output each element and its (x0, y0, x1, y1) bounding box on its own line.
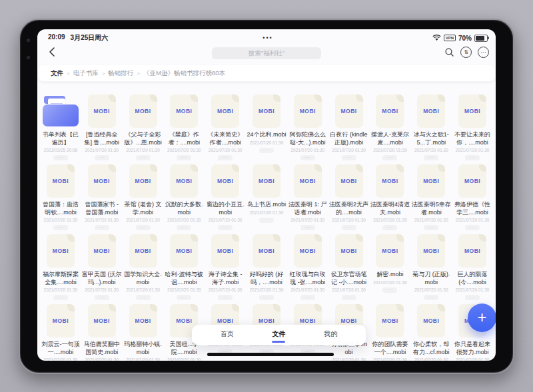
file-name: 白夜行 (kindle正版).mobi (328, 131, 370, 146)
file-more-button[interactable]: ··· (95, 295, 109, 300)
mobi-file-icon: MOBI (129, 164, 157, 198)
file-cell[interactable]: MOBI 《父与子全彩版》...恩.mobi 2021/07/20 01:30 … (123, 91, 164, 160)
file-more-button[interactable]: ··· (382, 288, 397, 293)
file-more-button[interactable]: ··· (259, 148, 274, 153)
file-more-button[interactable]: ··· (300, 155, 315, 160)
file-more-button[interactable]: ··· (300, 295, 315, 300)
file-more-button[interactable]: ··· (177, 295, 191, 300)
file-more-button[interactable]: ··· (465, 225, 480, 230)
file-more-button[interactable]: ··· (465, 295, 480, 300)
file-cell[interactable]: MOBI 白夜行 (kindle正版).mobi 2021/07/20 01:3… (328, 91, 370, 160)
file-cell[interactable]: MOBI 法医秦明 1: 尸语者.mobi 2021/07/20 01:30 ·… (287, 160, 328, 230)
file-more-button[interactable]: ··· (218, 155, 233, 160)
file-more-button[interactable]: ··· (53, 155, 68, 160)
file-cell[interactable]: MOBI 刘震云-一句顶一....mobi 2021/07/20 01:30 ·… (40, 300, 81, 361)
file-more-button[interactable]: ··· (136, 155, 151, 160)
file-more-button[interactable]: ··· (136, 225, 151, 230)
file-cell[interactable]: MOBI 法医秦明4清道夫.mobi 2021/07/20 01:30 ··· (370, 160, 411, 230)
file-more-button[interactable]: ··· (342, 225, 356, 230)
file-more-button[interactable]: ··· (136, 295, 151, 300)
file-more-button[interactable]: ··· (177, 155, 191, 160)
file-more-button[interactable]: ··· (53, 225, 68, 230)
search-icon[interactable] (444, 47, 454, 57)
file-cell[interactable]: MOBI 你心柔软，却有力...cf.mobi 2021/07/20 01:30… (410, 300, 452, 361)
file-more-button[interactable]: ··· (342, 295, 356, 300)
file-name: 国学知识大全.mobi (123, 271, 164, 286)
back-button[interactable] (47, 46, 60, 59)
add-fab-button[interactable]: + (468, 303, 496, 332)
breadcrumb: 文件 > 电子书库 > 畅销排行 > 《亚M逊》畅销书排行榜80本 (38, 65, 495, 81)
home-indicator[interactable] (207, 353, 334, 356)
file-date: 2021/07/20 01:30 (126, 288, 160, 292)
file-more-button[interactable]: ··· (382, 155, 397, 160)
file-more-button[interactable]: ··· (95, 155, 109, 160)
file-name: 茶馆 (老舍) 文学.mobi (123, 201, 164, 216)
breadcrumb-item-root[interactable]: 文件 (51, 69, 63, 78)
tab-首页[interactable]: 首页 (221, 327, 234, 343)
file-name: 你的团队需要一个....mobi (370, 341, 411, 356)
file-more-button[interactable]: ··· (259, 295, 274, 300)
file-cell[interactable]: MOBI 国学知识大全.mobi 2021/07/20 01:30 ··· (123, 230, 164, 300)
file-cell[interactable]: MOBI 菊与刀 (正版).mobi 2021/07/20 01:30 ··· (410, 230, 452, 300)
file-cell[interactable]: MOBI 巨人的陨落 (今....mobi 2021/07/20 01:30 ·… (452, 230, 493, 300)
file-cell[interactable]: MOBI 茶馆 (老舍) 文学.mobi 2021/07/20 01:30 ··… (123, 160, 164, 230)
file-cell[interactable]: MOBI 富甲美国 (沃尔玛...).mobi 2021/07/20 01:30… (81, 230, 123, 300)
file-cell[interactable]: MOBI 冰与火之歌1-5...丁.mobi 2021/07/20 01:30 … (410, 91, 452, 160)
file-cell[interactable]: MOBI 阿弥陀佛么么哒-大...).mobi 2021/07/20 01:30… (287, 91, 328, 160)
file-cell[interactable]: MOBI [鲁迅经典全集].鲁....mobi 2021/07/20 01:30… (81, 91, 123, 160)
mobi-badge-label: MOBI (423, 178, 439, 184)
file-more-button[interactable]: ··· (342, 155, 356, 160)
file-cell[interactable]: MOBI 海子诗全集 - 海子.mobi 2021/07/20 01:30 ··… (205, 230, 246, 300)
file-date: 2021/07/20 01:30 (85, 357, 119, 361)
mobi-file-icon: MOBI (253, 164, 280, 198)
file-cell[interactable]: MOBI 弗洛伊德《性学三....mobi 2021/07/20 01:30 ·… (452, 160, 493, 230)
file-cell[interactable]: MOBI 玛格丽特小镇.mobi 2021/07/20 01:30 ··· (123, 300, 164, 361)
file-cell[interactable]: MOBI 哈利·波特与被诅....mobi 2021/07/20 01:30 ·… (163, 230, 205, 300)
file-more-button[interactable]: ··· (424, 225, 438, 230)
file-cell[interactable]: MOBI 窗边的小豆豆.mobi 2021/07/20 01:30 ··· (205, 160, 246, 230)
file-more-button[interactable]: ··· (382, 225, 397, 230)
file-cell[interactable]: MOBI 摆渡人-克莱尔麦....mobi 2021/07/20 01:30 ·… (370, 91, 411, 160)
file-name: 不要让未来的你，....mobi (452, 131, 493, 146)
file-more-button[interactable]: ··· (465, 155, 480, 160)
file-cell[interactable]: MOBI 红玫瑰与白玫瑰 -张....mobi 2021/07/20 01:30… (287, 230, 328, 300)
file-more-button[interactable]: ··· (424, 155, 438, 160)
file-cell[interactable]: MOBI 书单列表【已遍历】 2023/03/25 20:06 ··· (40, 91, 81, 160)
sort-icon[interactable]: ⇅ (460, 47, 472, 58)
tab-文件[interactable]: 文件 (272, 327, 285, 343)
file-more-button[interactable]: ··· (218, 295, 233, 300)
mobi-file-icon: MOBI (129, 304, 157, 337)
file-cell[interactable]: MOBI 解密.mobi 2021/07/20 01:30 ··· (370, 230, 411, 300)
file-more-button[interactable]: ··· (53, 295, 68, 300)
file-cell[interactable]: MOBI 马伯庸笑翻中国简史.mobi 2021/07/20 01:30 ··· (81, 300, 123, 361)
more-options-icon[interactable]: ⋯ (478, 47, 489, 58)
file-cell[interactable]: MOBI 《禁庭》作者：....mobi 2021/07/20 01:30 ··… (163, 91, 205, 160)
file-more-button[interactable]: ··· (218, 225, 233, 230)
file-cell[interactable]: MOBI 沉默的大多数.mobi 2021/07/20 01:30 ··· (163, 160, 205, 230)
file-more-button[interactable]: ··· (300, 225, 315, 230)
plus-icon: + (477, 309, 486, 325)
file-cell[interactable]: MOBI 《未来简史》作者....mobi 2021/07/20 01:30 ·… (205, 91, 246, 160)
tab-我的[interactable]: 我的 (324, 327, 337, 343)
file-more-button[interactable]: ··· (424, 295, 438, 300)
file-cell[interactable]: MOBI 不要让未来的你，....mobi 2021/07/20 01:30 ·… (452, 91, 493, 160)
file-cell[interactable]: MOBI 好吗好的 (好吗，....mobi 2021/07/20 01:30 … (246, 230, 287, 300)
mobi-badge-label: MOBI (259, 108, 274, 114)
file-cell[interactable]: MOBI 24个比利.mobi 2021/07/20 01:30 ··· (246, 91, 287, 160)
file-cell[interactable]: MOBI 曾国藩：唐浩明钦....mobi 2021/07/20 01:30 ·… (40, 160, 81, 230)
file-date: 2021/07/20 01:30 (373, 218, 407, 222)
breadcrumb-item-library[interactable]: 电子书库 (73, 69, 99, 78)
file-cell[interactable]: MOBI 曾国藩家书 - 曾国藩.mobi 2021/07/20 01:30 ·… (81, 160, 123, 230)
file-more-button[interactable]: ··· (177, 225, 191, 230)
file-more-button[interactable]: ··· (95, 225, 109, 230)
file-more-button[interactable]: ··· (259, 218, 274, 223)
file-cell[interactable]: MOBI 法医秦明5幸存者.mobi 2021/07/20 01:30 ··· (410, 160, 452, 230)
file-cell[interactable]: MOBI 侯卫东官场笔记 -小....mobi 2021/07/20 01:30… (328, 230, 370, 300)
search-input[interactable]: 搜索"福利社" (212, 47, 321, 59)
file-date: 2021/07/20 01:30 (85, 148, 119, 152)
file-cell[interactable]: MOBI 法医秦明2无声的....mobi 2021/07/20 01:30 ·… (328, 160, 370, 230)
file-cell[interactable]: MOBI 岛上书店.mobi 2021/07/20 01:30 ··· (246, 160, 287, 230)
breadcrumb-item-bestsellers[interactable]: 畅销排行 (108, 69, 133, 78)
file-cell[interactable]: MOBI 福尔摩斯探案全集....mobi 2021/07/20 01:30 ·… (40, 230, 81, 300)
file-cell[interactable]: MOBI 你的团队需要一个....mobi 2021/07/20 01:30 ·… (370, 300, 411, 361)
